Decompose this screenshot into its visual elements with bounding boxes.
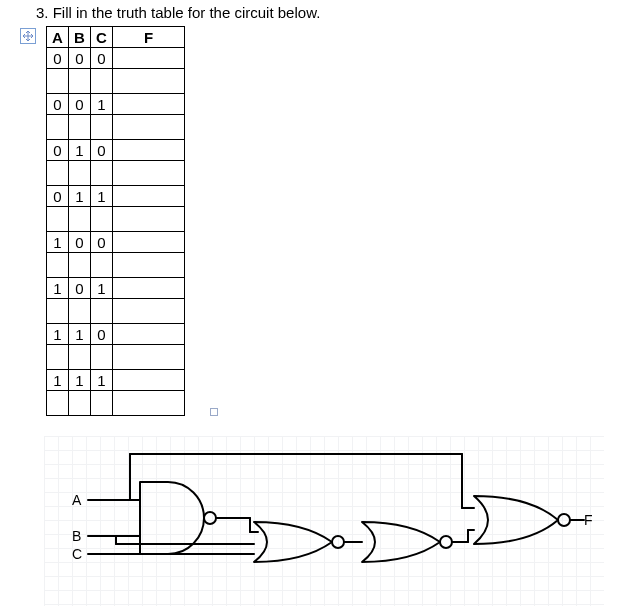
cell-b: 1 — [69, 370, 91, 391]
table-header-row: A B C F — [47, 27, 185, 48]
col-header-b: B — [69, 27, 91, 48]
col-header-f: F — [113, 27, 185, 48]
cell-a: 0 — [47, 94, 69, 115]
table-blank-row — [47, 115, 185, 140]
cell-a: 0 — [47, 48, 69, 69]
col-header-c: C — [91, 27, 113, 48]
table-blank-row — [47, 345, 185, 370]
circuit-diagram: A B C F — [44, 436, 604, 606]
table-row: 1 1 1 — [47, 370, 185, 391]
cell-a: 1 — [47, 232, 69, 253]
cell-c: 0 — [91, 232, 113, 253]
table-row: 0 0 1 — [47, 94, 185, 115]
cell-c: 1 — [91, 278, 113, 299]
svg-point-21 — [558, 514, 570, 526]
cell-b: 0 — [69, 94, 91, 115]
cell-b: 0 — [69, 232, 91, 253]
cell-c: 0 — [91, 324, 113, 345]
table-row: 1 0 1 — [47, 278, 185, 299]
table-blank-row — [47, 207, 185, 232]
cell-a: 1 — [47, 324, 69, 345]
cell-a: 1 — [47, 278, 69, 299]
table-blank-row — [47, 391, 185, 416]
table-row: 0 1 0 — [47, 140, 185, 161]
table-blank-row — [47, 253, 185, 278]
table-row: 0 1 1 — [47, 186, 185, 207]
cell-a: 0 — [47, 140, 69, 161]
cell-f[interactable] — [113, 186, 185, 207]
cell-b: 0 — [69, 48, 91, 69]
svg-point-7 — [204, 512, 216, 524]
table-anchor-icon[interactable] — [20, 28, 36, 44]
cell-c: 0 — [91, 48, 113, 69]
cell-c: 0 — [91, 140, 113, 161]
cell-b: 0 — [69, 278, 91, 299]
cell-f[interactable] — [113, 324, 185, 345]
table-row: 1 1 0 — [47, 324, 185, 345]
truth-table: A B C F 0 0 0 0 0 1 0 1 0 0 1 1 1 0 0 1 — [46, 26, 185, 416]
cell-f[interactable] — [113, 140, 185, 161]
cell-c: 1 — [91, 94, 113, 115]
cell-c: 1 — [91, 186, 113, 207]
cell-f[interactable] — [113, 48, 185, 69]
cell-f[interactable] — [113, 232, 185, 253]
cell-f[interactable] — [113, 370, 185, 391]
svg-point-17 — [440, 536, 452, 548]
table-blank-row — [47, 299, 185, 324]
cell-c: 1 — [91, 370, 113, 391]
table-row: 1 0 0 — [47, 232, 185, 253]
svg-point-15 — [332, 536, 344, 548]
question-prompt: 3. Fill in the truth table for the circu… — [36, 4, 320, 21]
table-row: 0 0 0 — [47, 48, 185, 69]
cell-a: 1 — [47, 370, 69, 391]
cell-a: 0 — [47, 186, 69, 207]
cell-b: 1 — [69, 140, 91, 161]
table-resize-handle-icon[interactable] — [210, 408, 218, 416]
cell-b: 1 — [69, 186, 91, 207]
table-blank-row — [47, 69, 185, 94]
col-header-a: A — [47, 27, 69, 48]
cell-b: 1 — [69, 324, 91, 345]
circuit-svg — [44, 436, 604, 606]
cell-f[interactable] — [113, 94, 185, 115]
cell-f[interactable] — [113, 278, 185, 299]
table-blank-row — [47, 161, 185, 186]
